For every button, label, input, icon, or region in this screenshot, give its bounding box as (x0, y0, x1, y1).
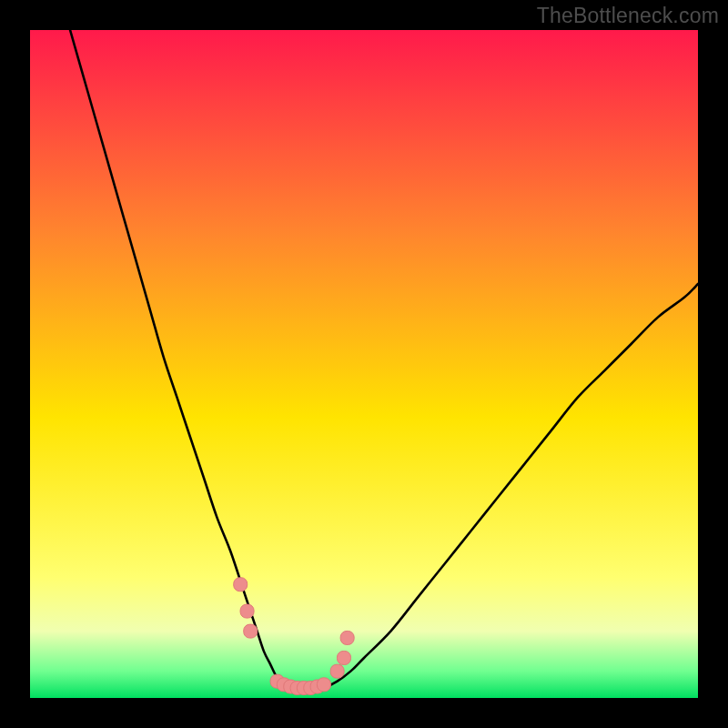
curve-marker (244, 624, 258, 638)
curve-marker (330, 664, 344, 678)
chart-frame: TheBottleneck.com (0, 0, 728, 728)
curve-marker (340, 631, 354, 644)
chart-svg (30, 30, 698, 698)
plot-area (30, 30, 698, 698)
curve-marker (317, 678, 330, 692)
gradient-background (30, 30, 698, 698)
watermark-text: TheBottleneck.com (537, 4, 719, 28)
curve-marker (337, 651, 350, 664)
curve-marker (240, 604, 254, 618)
curve-marker (234, 578, 248, 592)
